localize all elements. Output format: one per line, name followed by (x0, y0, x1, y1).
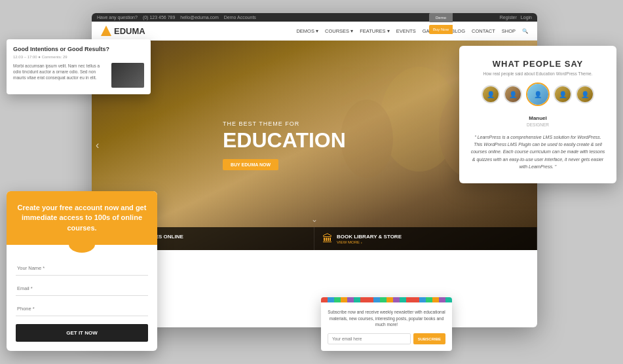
testimonial-role: DESIGNER (470, 122, 606, 127)
email-input[interactable] (16, 282, 148, 296)
avatar-active-inner: 👤 (527, 84, 548, 105)
feature-books-title: BOOK LIBRARY & STORE (337, 234, 402, 240)
nav-shop[interactable]: SHOP (502, 28, 516, 34)
testimonial-title: WHAT PEOPLE SAY (470, 59, 606, 69)
blog-card-image (111, 63, 144, 88)
phone-input[interactable] (16, 302, 148, 316)
question-text: Have any question? (97, 15, 138, 20)
form-header-text: Create your free account now and get imm… (17, 203, 147, 233)
feature-books-text: BOOK LIBRARY & STORE VIEW MORE › (337, 234, 402, 244)
phone-text: (0) 123 456 789 (143, 15, 175, 20)
feature-books-link[interactable]: VIEW MORE › (337, 240, 362, 244)
email-text: hello@eduma.com (180, 15, 218, 20)
logo-text: EDUMA (114, 26, 145, 36)
top-info-bar: Have any question? (0) 123 456 789 hello… (92, 13, 537, 22)
nav-features[interactable]: FEATURES ▾ (360, 28, 390, 34)
testimonial-card: WHAT PEOPLE SAY How real people said abo… (459, 46, 616, 183)
nav-demos[interactable]: DEMOS ▾ (296, 28, 318, 34)
scroll-indicator: ⌄ (311, 215, 318, 224)
newsletter-text: Subscribe now and receive weekly newslet… (328, 309, 445, 328)
nav-events[interactable]: EVENTS (396, 28, 416, 34)
testimonial-subtitle: How real people said about Education Wor… (470, 71, 606, 76)
testimonial-avatars: 👤 👤 👤 👤 👤 (470, 85, 606, 109)
avatar-4-inner: 👤 (555, 86, 571, 102)
form-card: Create your free account now and get imm… (7, 191, 157, 351)
form-submit-button[interactable]: GET IT NOW (16, 324, 148, 342)
feature-bar: 📚 LEARN COURSES ONLINE VIEW MORE › 🏛 BOO… (92, 227, 537, 250)
feature-books: 🏛 BOOK LIBRARY & STORE VIEW MORE › (314, 227, 537, 250)
avatar-2[interactable]: 👤 (504, 85, 522, 103)
form-header: Create your free account now and get imm… (7, 191, 157, 245)
avatar-5-inner: 👤 (577, 86, 593, 102)
avatar-1[interactable]: 👤 (481, 85, 500, 103)
newsletter-email-input[interactable] (328, 333, 411, 344)
blog-card-img-inner (111, 63, 144, 88)
logo-icon (101, 26, 111, 36)
newsletter-body: Subscribe now and receive weekly newslet… (321, 302, 452, 351)
newsletter-card: Subscribe now and receive weekly newslet… (321, 297, 452, 351)
login-link[interactable]: Login (521, 15, 532, 20)
blog-card-meta: 12.03 – 17:00 ● Comments: 29 (13, 55, 144, 59)
top-bar-right: Register Login (500, 15, 532, 20)
nav-courses[interactable]: COURSES ▾ (325, 28, 353, 34)
hero-cta-button[interactable]: BUY EDUMA NOW (223, 159, 278, 170)
newsletter-input-row: SUBSCRIBE (328, 333, 445, 344)
avatar-2-inner: 👤 (505, 86, 521, 102)
newsletter-stripes (321, 297, 452, 302)
newsletter-subscribe-button[interactable]: SUBSCRIBE (413, 333, 445, 344)
nav-contact[interactable]: CONTACT (472, 28, 495, 34)
demo-button[interactable]: Demo (429, 13, 453, 22)
form-body: GET IT NOW (7, 245, 157, 351)
books-icon: 🏛 (322, 233, 333, 245)
avatar-active[interactable]: 👤 (526, 82, 550, 106)
blog-card-text: Morbi accumsan ipsum velit. Nam nec tell… (13, 63, 107, 88)
register-link[interactable]: Register (500, 15, 517, 20)
testimonial-quote: " LearnPress is a comprehensive LMS solu… (470, 134, 606, 170)
top-bar-left: Have any question? (0) 123 456 789 hello… (97, 15, 256, 20)
site-logo[interactable]: EDUMA (101, 26, 145, 36)
name-input[interactable] (16, 261, 148, 276)
nav-bar: EDUMA DEMOS ▾ COURSES ▾ FEATURES ▾ EVENT… (92, 22, 537, 41)
side-buttons: Demo Buy Now (429, 13, 453, 34)
blog-card-body: Morbi accumsan ipsum velit. Nam nec tell… (13, 63, 144, 88)
buy-now-button[interactable]: Buy Now (429, 25, 453, 34)
blog-card-title[interactable]: Good Intentions or Good Results? (13, 46, 144, 52)
avatar-4[interactable]: 👤 (554, 85, 572, 103)
nav-blog[interactable]: BLOG (451, 28, 465, 34)
nav-links: DEMOS ▾ COURSES ▾ FEATURES ▾ EVENTS GALL… (296, 28, 528, 34)
hero-prev-arrow[interactable]: ‹ (96, 139, 99, 151)
blog-card: Good Intentions or Good Results? 12.03 –… (7, 39, 151, 94)
account-text: Demo Accounts (224, 15, 256, 20)
avatar-5[interactable]: 👤 (576, 85, 594, 103)
avatar-1-inner: 👤 (483, 86, 499, 102)
nav-search[interactable]: 🔍 (522, 28, 528, 34)
testimonial-name: Manuel (470, 115, 606, 121)
